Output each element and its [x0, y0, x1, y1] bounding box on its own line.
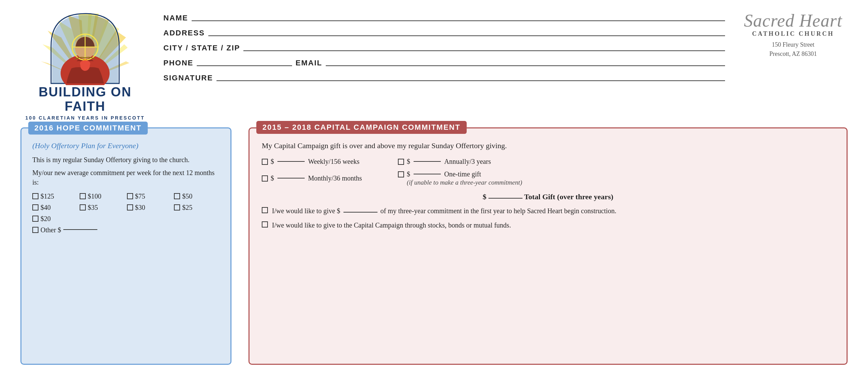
list-item: $20	[32, 215, 78, 223]
church-address: 150 Fleury Street Prescott, AZ 86301	[739, 40, 848, 59]
hope-box-title: 2016 HOPE COMMITMENT	[28, 122, 148, 135]
first-year-text: I/we would like to give $ of my three-ye…	[272, 206, 616, 216]
amount-100: $100	[88, 192, 101, 200]
total-label: Total Gift (over three years)	[524, 192, 613, 201]
checkbox-weekly[interactable]	[262, 159, 268, 165]
name-underline	[192, 20, 725, 21]
dollar-sign-1: $	[271, 158, 274, 166]
dollar-sign-2: $	[407, 158, 410, 166]
amount-75: $75	[135, 192, 145, 200]
onetime-label: One-time gift	[444, 170, 481, 178]
amount-50: $50	[182, 192, 192, 200]
phone-field-row: PHONE EMAIL	[163, 59, 725, 67]
onetime-amount-underline	[414, 174, 441, 174]
list-item: $50	[174, 192, 220, 200]
list-item: $100	[80, 192, 125, 200]
monthly-label: Monthly/36 months	[308, 174, 362, 182]
annually-amount-underline	[414, 161, 441, 162]
city-label: CITY / STATE / ZIP	[163, 44, 240, 52]
capital-total: $ Total Gift (over three years)	[262, 192, 834, 201]
checkbox-30[interactable]	[127, 204, 133, 210]
first-year-row: I/we would like to give $ of my three-ye…	[262, 206, 834, 216]
checkbox-125[interactable]	[32, 193, 38, 199]
checkbox-50[interactable]	[174, 193, 180, 199]
amount-30: $30	[135, 204, 145, 212]
logo-area: BUILDING ON FAITH 100 CLARETIAN YEARS IN…	[20, 10, 150, 121]
name-field-row: NAME	[163, 14, 725, 22]
list-item: $ Monthly/36 months	[262, 174, 384, 182]
city-field-row: CITY / STATE / ZIP	[163, 44, 725, 52]
svg-point-20	[84, 61, 90, 67]
stocks-row: I/we would like to give to the Capital C…	[262, 220, 834, 230]
list-item: $ Annually/3 years	[398, 158, 520, 166]
logo-subtitle: 100 CLARETIAN YEARS IN PRESCOTT	[25, 115, 145, 121]
amount-35: $35	[88, 204, 98, 212]
checkbox-75[interactable]	[127, 193, 133, 199]
amount-25: $25	[182, 204, 192, 212]
weekly-amount-underline	[277, 161, 305, 162]
church-address-line1: 150 Fleury Street	[739, 40, 848, 49]
address-label: ADDRESS	[163, 29, 205, 37]
capital-amount-row-2: $ Monthly/36 months $ One-time gift (if …	[262, 170, 834, 186]
list-item: $ Weekly/156 weeks	[262, 158, 384, 166]
city-underline	[243, 50, 725, 51]
phone-underline	[197, 65, 292, 66]
checkbox-25[interactable]	[174, 204, 180, 210]
dollar-sign-3: $	[271, 174, 274, 182]
weekly-label: Weekly/156 weeks	[308, 158, 359, 166]
capital-amount-row-1: $ Weekly/156 weeks $ Annually/3 years	[262, 158, 834, 166]
hope-subtitle: (Holy Offertory Plan for Everyone)	[32, 141, 220, 150]
monthly-amount-underline	[277, 178, 305, 178]
other-underline	[63, 229, 97, 230]
list-item: $75	[127, 192, 173, 200]
checkbox-40[interactable]	[32, 204, 38, 210]
logo-image	[41, 10, 129, 85]
amount-125: $125	[41, 192, 54, 200]
church-info: Sacred Heart CATHOLIC CHURCH 150 Fleury …	[739, 10, 848, 59]
church-address-line2: Prescott, AZ 86301	[739, 49, 848, 59]
other-label: Other $	[41, 226, 61, 234]
church-name-script: Sacred Heart	[739, 12, 848, 30]
address-underline	[208, 35, 725, 36]
checkbox-annually[interactable]	[398, 159, 404, 165]
email-underline	[326, 65, 725, 66]
signature-field-row: SIGNATURE	[163, 74, 725, 82]
hope-text2: My/our new average commitment per week f…	[32, 168, 220, 187]
checkbox-20[interactable]	[32, 216, 38, 222]
signature-label: SIGNATURE	[163, 74, 213, 82]
hope-amounts-grid: $125 $100 $75 $50 $40	[32, 192, 220, 223]
total-underline	[488, 198, 523, 199]
phone-label: PHONE	[163, 59, 193, 67]
checkbox-other[interactable]	[32, 227, 38, 233]
list-item: $30	[127, 204, 173, 212]
checkbox-100[interactable]	[80, 193, 86, 199]
list-item: $40	[32, 204, 78, 212]
checkbox-35[interactable]	[80, 204, 86, 210]
checkbox-first-year[interactable]	[262, 207, 268, 213]
logo-title: BUILDING ON FAITH	[20, 85, 150, 114]
form-area: NAME ADDRESS CITY / STATE / ZIP PHONE EM…	[163, 10, 725, 82]
amount-40: $40	[41, 204, 51, 212]
name-label: NAME	[163, 14, 188, 22]
capital-amounts: $ Weekly/156 weeks $ Annually/3 years	[262, 158, 834, 186]
list-item: $125	[32, 192, 78, 200]
first-year-underline	[343, 212, 377, 213]
list-item: $35	[80, 204, 125, 212]
dollar-sign-4: $	[407, 170, 410, 178]
checkbox-monthly[interactable]	[262, 175, 268, 182]
address-field-row: ADDRESS	[163, 29, 725, 37]
annually-label: Annually/3 years	[444, 158, 491, 166]
list-item: $25	[174, 204, 220, 212]
email-label: EMAIL	[295, 59, 322, 67]
capital-box-title: 2015 – 2018 CAPITAL CAMPAIGN COMMITMENT	[256, 121, 467, 134]
hope-text1: This is my regular Sunday Offertory givi…	[32, 155, 220, 165]
church-name-sub: CATHOLIC CHURCH	[739, 30, 848, 37]
capital-intro: My Capital Campaign gift is over and abo…	[262, 141, 834, 151]
list-item: $ One-time gift	[398, 170, 522, 178]
capital-campaign-box: 2015 – 2018 CAPITAL CAMPAIGN COMMITMENT …	[248, 127, 848, 365]
onetime-note: (if unable to make a three-year commitme…	[407, 179, 522, 186]
checkbox-stocks[interactable]	[262, 221, 268, 228]
stocks-text: I/we would like to give to the Capital C…	[272, 220, 511, 230]
hope-other-row: Other $	[32, 226, 220, 234]
checkbox-onetime[interactable]	[398, 171, 404, 177]
